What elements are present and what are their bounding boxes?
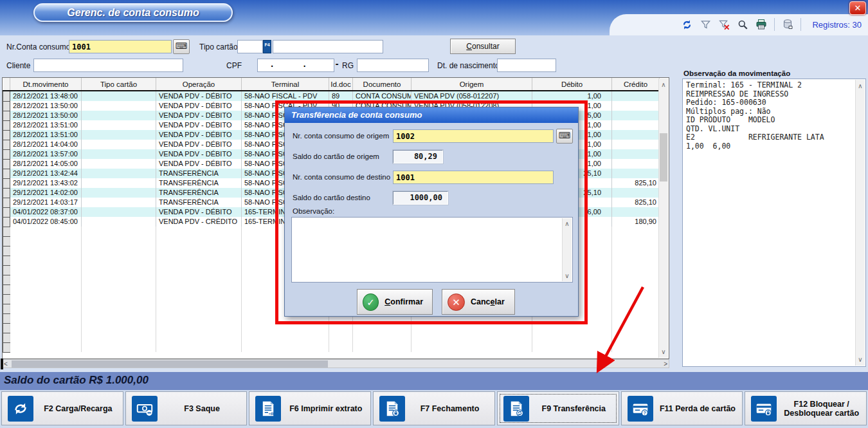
- grid-cell: [353, 333, 411, 342]
- column-header[interactable]: Tipo cartão: [82, 78, 156, 91]
- grid-cell: 04/01/2022 08:45:00: [10, 217, 82, 227]
- confirmar-button[interactable]: ✓ Confirmar: [357, 289, 433, 315]
- textarea-vertical-scrollbar[interactable]: ∧ ∨: [562, 218, 572, 281]
- row-indicator[interactable]: [3, 284, 10, 294]
- row-indicator[interactable]: [3, 120, 10, 130]
- row-indicator[interactable]: [3, 207, 10, 217]
- grid-cell: [242, 323, 329, 333]
- grid-cell: VENDA PDV (058-012207): [411, 91, 532, 101]
- tipo-cartao-desc-input[interactable]: [273, 40, 383, 53]
- export-icon[interactable]: [782, 19, 793, 30]
- grid-vertical-scrollbar[interactable]: ∧ ∨: [658, 79, 668, 358]
- grid-cell: [82, 256, 156, 265]
- f4-lookup-button[interactable]: F4: [263, 40, 271, 53]
- scroll-left-icon[interactable]: <: [4, 360, 8, 368]
- row-indicator[interactable]: [3, 130, 10, 140]
- search-icon[interactable]: [737, 19, 748, 30]
- row-indicator[interactable]: [3, 323, 10, 333]
- page-title: Gerenc. de conta consumo: [33, 3, 233, 22]
- row-indicator[interactable]: [3, 227, 10, 236]
- cliente-input[interactable]: [33, 59, 183, 72]
- filter-icon[interactable]: [700, 19, 711, 30]
- f9-transferencia-button[interactable]: F9 Transferência: [497, 391, 619, 425]
- scroll-up-icon[interactable]: ∧: [659, 81, 668, 88]
- observacao-textarea[interactable]: ∧ ∨: [291, 217, 573, 283]
- row-indicator[interactable]: [3, 178, 10, 188]
- column-header[interactable]: Id.doc: [329, 78, 353, 91]
- row-indicator[interactable]: [3, 198, 10, 207]
- origem-input[interactable]: [393, 129, 554, 143]
- nascimento-input[interactable]: [497, 59, 556, 72]
- grid-cell: [612, 275, 660, 284]
- row-indicator[interactable]: [3, 304, 10, 313]
- scroll-up-icon[interactable]: ∧: [856, 82, 865, 89]
- cliente-label: Cliente: [6, 61, 30, 70]
- row-indicator[interactable]: [3, 313, 10, 323]
- keyboard-icon[interactable]: ⌨: [173, 39, 190, 54]
- scroll-thumb[interactable]: [660, 133, 667, 181]
- scroll-down-icon[interactable]: ∨: [563, 272, 572, 279]
- print-icon[interactable]: [755, 19, 767, 30]
- f6-imprimir-extrato-button[interactable]: =R$ F6 Imprimir extrato: [249, 391, 371, 425]
- row-indicator[interactable]: [3, 140, 10, 149]
- grid-cell: 28/12/2021 13:48:00: [10, 91, 82, 101]
- grid-cell: [612, 130, 660, 140]
- row-indicator[interactable]: [3, 159, 10, 169]
- filter-clear-icon[interactable]: [718, 19, 730, 30]
- column-header[interactable]: Operação: [156, 78, 242, 91]
- row-indicator[interactable]: [3, 111, 10, 120]
- row-indicator[interactable]: [3, 342, 10, 352]
- lost-card-icon: ?: [628, 396, 653, 422]
- grid-horizontal-scrollbar[interactable]: < >: [2, 359, 669, 368]
- consultar-button[interactable]: Consultar: [450, 39, 516, 54]
- row-indicator[interactable]: [3, 217, 10, 227]
- column-header[interactable]: Crédito: [612, 78, 660, 91]
- table-row[interactable]: 28/12/2021 13:48:00VENDA PDV - DÉBITO58-…: [3, 91, 660, 101]
- row-indicator[interactable]: [3, 149, 10, 159]
- f7-fechamento-button[interactable]: F7 Fechamento: [373, 391, 495, 425]
- close-icon[interactable]: ✕: [849, 1, 866, 15]
- grid-cell: [10, 246, 82, 256]
- row-indicator[interactable]: [3, 101, 10, 111]
- f3-saque-button[interactable]: F3 Saque: [125, 391, 248, 425]
- column-header[interactable]: Documento: [353, 78, 411, 91]
- row-indicator[interactable]: [3, 294, 10, 304]
- grid-cell: 28/12/2021 14:04:00: [10, 140, 82, 149]
- f12-bloquear-desbloquear-button[interactable]: F12 Bloquear / Desbloquear cartão: [745, 391, 867, 425]
- scroll-right-icon[interactable]: >: [664, 360, 667, 368]
- cancelar-button[interactable]: ✕ Cancelar: [442, 289, 515, 315]
- grid-cell: VENDA PDV - DÉBITO: [156, 149, 242, 159]
- destino-input[interactable]: [393, 171, 554, 184]
- row-indicator[interactable]: [3, 169, 10, 178]
- rg-input[interactable]: [357, 59, 429, 72]
- row-indicator[interactable]: [3, 333, 10, 342]
- row-indicator[interactable]: [3, 265, 10, 275]
- grid-cell: [82, 333, 156, 342]
- f2-carga-recarga-button[interactable]: F2 Carga/Recarga: [1, 391, 123, 425]
- row-indicator[interactable]: [3, 256, 10, 265]
- grid-cell: CONTA CONSUM: [353, 91, 411, 101]
- column-header[interactable]: Débito: [532, 78, 612, 91]
- panel-vertical-scrollbar[interactable]: ∧ ∨: [855, 80, 865, 366]
- row-indicator[interactable]: [3, 275, 10, 284]
- row-indicator[interactable]: [3, 246, 10, 256]
- row-indicator[interactable]: [3, 188, 10, 198]
- refresh-icon[interactable]: [681, 19, 692, 30]
- grid-cell: [82, 342, 156, 352]
- row-indicator[interactable]: [3, 91, 10, 101]
- scroll-down-icon[interactable]: ∨: [856, 356, 865, 363]
- scroll-thumb[interactable]: [12, 360, 328, 368]
- column-header[interactable]: Dt.movimento: [10, 78, 82, 91]
- column-header[interactable]: Terminal: [242, 78, 329, 91]
- keyboard-icon[interactable]: ⌨: [556, 129, 573, 144]
- scroll-down-icon[interactable]: ∨: [659, 348, 668, 355]
- cpf-input[interactable]: . . -: [257, 59, 334, 72]
- nr-conta-input[interactable]: [69, 40, 172, 53]
- f11-perda-cartao-button[interactable]: ? F11 Perda de cartão: [621, 391, 743, 425]
- tipo-cartao-code-input[interactable]: [237, 40, 263, 53]
- grid-cell: [612, 236, 660, 246]
- column-header[interactable]: Origem: [411, 78, 532, 91]
- row-indicator[interactable]: [3, 236, 10, 246]
- scroll-up-icon[interactable]: ∧: [563, 220, 572, 227]
- saldo-destino-value: 1000,00: [393, 191, 448, 205]
